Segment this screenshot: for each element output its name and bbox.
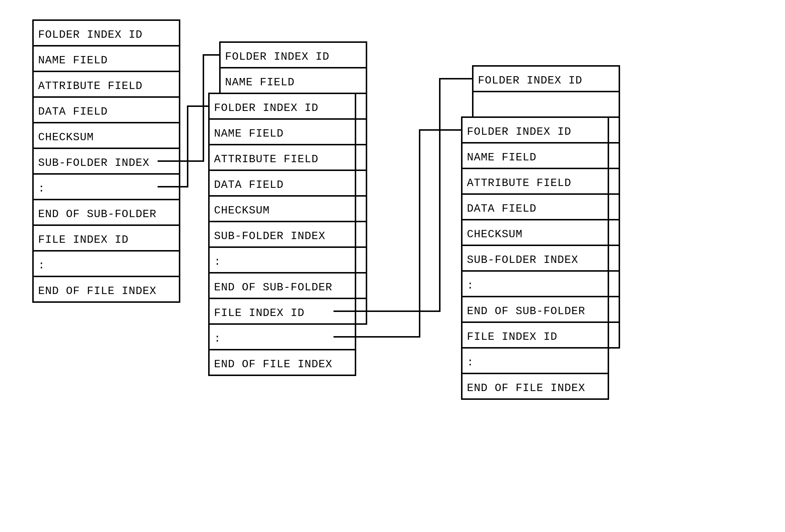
level1-data_field: DATA FIELD (38, 105, 108, 118)
level1-name_field: NAME FIELD (38, 54, 108, 67)
level2-front-sub_folder_more: : (214, 256, 221, 268)
level1-attribute_field: ATTRIBUTE FIELD (38, 80, 143, 92)
level3-front-file_index_id: FILE INDEX ID (467, 331, 557, 343)
level2-front-end_of_sub_folder: END OF SUB-FOLDER (214, 281, 332, 294)
level2-back-name_field: NAME FIELD (225, 76, 295, 89)
level2-back-folder_index_id: FOLDER INDEX ID (225, 51, 329, 63)
level2-front-file_index_id: FILE INDEX ID (214, 307, 305, 319)
level3-front-checksum: CHECKSUM (467, 228, 523, 241)
level1-checksum: CHECKSUM (38, 131, 94, 144)
level1-sub_folder_more: : (38, 182, 45, 195)
level1-folder_index_id: FOLDER INDEX ID (38, 29, 143, 41)
level1-file_index_more: : (38, 259, 45, 272)
level3-front-sub_folder_index: SUB-FOLDER INDEX (467, 254, 578, 266)
level2-front-folder_index_id: FOLDER INDEX ID (214, 102, 318, 114)
level2-front-name_field: NAME FIELD (214, 127, 284, 140)
level1-file_index_id: FILE INDEX ID (38, 234, 129, 246)
level2-front-end_of_file_index: END OF FILE INDEX (214, 358, 332, 371)
level3-front-file_index_more: : (467, 356, 474, 369)
level3-front-end_of_sub_folder: END OF SUB-FOLDER (467, 305, 585, 317)
level1-end_of_file_index: END OF FILE INDEX (38, 285, 156, 297)
level2-front-data_field: DATA FIELD (214, 179, 284, 191)
level3-front-folder_index_id: FOLDER INDEX ID (467, 126, 571, 138)
level3-front-name_field: NAME FIELD (467, 151, 537, 164)
level2-front-file_index_more: : (214, 332, 221, 345)
level3-back-folder_index_id: FOLDER INDEX ID (478, 74, 582, 87)
level3-front-data_field: DATA FIELD (467, 202, 537, 215)
level3-front-attribute_field: ATTRIBUTE FIELD (467, 177, 571, 189)
level2-front-sub_folder_index: SUB-FOLDER INDEX (214, 230, 325, 242)
level1-sub_folder_index: SUB-FOLDER INDEX (38, 157, 150, 169)
level3-front-end_of_file_index: END OF FILE INDEX (467, 382, 585, 394)
level1-end_of_sub_folder: END OF SUB-FOLDER (38, 208, 156, 220)
level3-front-sub_folder_more: : (467, 279, 474, 292)
level2-front-attribute_field: ATTRIBUTE FIELD (214, 153, 318, 165)
level2-front-checksum: CHECKSUM (214, 204, 270, 217)
